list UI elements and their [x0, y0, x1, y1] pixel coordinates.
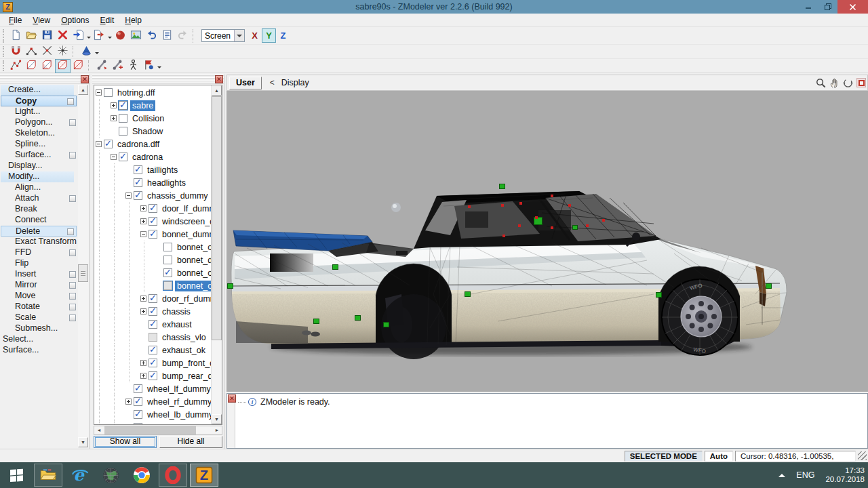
command-modify[interactable]: Modify... [1, 171, 74, 182]
command-insert[interactable]: Insert [1, 269, 78, 280]
menu-options[interactable]: Options [56, 14, 94, 26]
tree-item[interactable]: bonnet_ok [94, 266, 211, 279]
command-align[interactable]: Align... [1, 182, 78, 193]
viewport-back-arrow[interactable]: < [270, 78, 275, 87]
command-surface[interactable]: Surface... [1, 345, 78, 356]
tree-item[interactable]: cadrona.dff [94, 138, 211, 150]
visibility-checkbox[interactable] [149, 333, 157, 342]
chevron-down-icon[interactable] [157, 66, 161, 70]
chevron-down-icon[interactable] [108, 37, 112, 41]
texture-browser-button[interactable] [128, 28, 144, 43]
vertex-handle[interactable] [332, 264, 338, 270]
resize-grip[interactable] [858, 451, 867, 460]
visibility-checkbox[interactable] [104, 88, 113, 97]
minimize-button[interactable] [798, 0, 818, 14]
tree-item[interactable]: taillights [94, 163, 211, 176]
visibility-checkbox[interactable] [119, 152, 127, 161]
snap-vertex-button[interactable] [24, 45, 39, 59]
command-ffd[interactable]: FFD [1, 247, 78, 258]
polygons-mode-button[interactable] [55, 59, 71, 73]
open-file-button[interactable] [24, 28, 39, 43]
command-submesh[interactable]: Submesh... [1, 323, 78, 334]
tree-item[interactable]: cadrona [94, 150, 211, 163]
scrollbar-thumb[interactable] [212, 96, 222, 340]
command-option-box[interactable] [67, 228, 74, 235]
delete-selection-button[interactable] [55, 28, 71, 43]
viewport-maximize-button[interactable] [856, 78, 866, 87]
scrollbar-thumb[interactable] [104, 426, 196, 434]
visibility-checkbox[interactable] [149, 371, 157, 380]
snap-edge-button[interactable] [39, 45, 55, 59]
visibility-checkbox[interactable] [149, 307, 157, 316]
command-option-box[interactable] [69, 314, 76, 321]
scroll-right-icon[interactable]: ► [212, 426, 222, 434]
visibility-checkbox[interactable] [163, 268, 172, 277]
undo-button[interactable] [144, 28, 159, 43]
tree-item[interactable]: Collision [94, 112, 211, 125]
clock[interactable]: 17:33 20.07.2018 [825, 466, 865, 484]
visibility-checkbox[interactable] [104, 140, 113, 148]
material-sphere-button[interactable] [113, 28, 128, 43]
objects-mode-button[interactable] [71, 59, 86, 73]
command-skeleton[interactable]: Skeleton... [1, 128, 78, 139]
menu-edit[interactable]: Edit [95, 14, 120, 26]
command-panel-close-icon[interactable]: ✕ [81, 75, 89, 83]
visibility-checkbox[interactable] [134, 191, 142, 200]
viewport-3d-canvas[interactable]: WFO WFO [226, 91, 868, 392]
visibility-checkbox[interactable] [134, 410, 142, 419]
visibility-checkbox[interactable] [134, 165, 142, 174]
tree-expander-plus-icon[interactable] [140, 218, 146, 224]
internet-explorer-taskbar-button[interactable]: e [65, 464, 94, 487]
tree-expander-minus-icon[interactable] [96, 89, 102, 96]
tree-item[interactable]: wheel_rb_dummy [94, 421, 211, 424]
command-create[interactable]: Create... [1, 85, 74, 96]
visibility-checkbox[interactable] [149, 320, 157, 329]
command-select[interactable]: Select... [1, 334, 78, 345]
globe-app-taskbar-button[interactable] [96, 464, 125, 487]
visibility-checkbox[interactable] [119, 114, 127, 123]
log-window-button[interactable] [159, 28, 175, 43]
viewport-tab-user[interactable]: User [229, 77, 262, 89]
visibility-checkbox[interactable] [163, 281, 172, 290]
tree-item[interactable]: windscreen_dumm [94, 215, 211, 228]
selected-mode-indicator[interactable]: SELECTED MODE [625, 451, 703, 462]
command-option-box[interactable] [69, 293, 76, 300]
command-attach[interactable]: Attach [1, 193, 78, 204]
scroll-down-icon[interactable]: ▼ [212, 414, 222, 424]
command-option-box[interactable] [69, 249, 76, 256]
tree-item[interactable]: exhaust_ok [94, 344, 211, 357]
command-connect[interactable]: Connect [1, 215, 78, 226]
command-option-box[interactable] [69, 119, 76, 126]
visibility-checkbox[interactable] [134, 423, 142, 424]
visibility-checkbox[interactable] [134, 178, 142, 187]
tree-expander-minus-icon[interactable] [140, 231, 146, 237]
visibility-checkbox[interactable] [149, 346, 157, 354]
vertex-handle[interactable] [465, 291, 471, 297]
snap-grid-button[interactable] [55, 45, 71, 59]
save-file-button[interactable] [39, 28, 55, 43]
file-explorer-taskbar-button[interactable] [34, 464, 62, 487]
tree-expander-plus-icon[interactable] [140, 373, 146, 379]
tree-expander-minus-icon[interactable] [125, 192, 132, 199]
command-polygon[interactable]: Polygon... [1, 117, 78, 128]
bone-add-button[interactable] [110, 59, 125, 73]
tree-item[interactable]: bonnet_ok [94, 279, 211, 292]
animation-flag-button[interactable] [141, 59, 157, 73]
command-option-box[interactable] [69, 282, 76, 289]
scroll-down-icon[interactable]: ▼ [78, 437, 88, 447]
vertex-handle[interactable] [499, 184, 505, 189]
new-file-button[interactable] [8, 28, 24, 43]
scene-tree-grip[interactable] [92, 75, 224, 84]
visibility-checkbox[interactable] [119, 127, 127, 136]
opera-taskbar-button[interactable] [159, 464, 187, 487]
command-light[interactable]: Light... [1, 106, 78, 117]
axis-y-button[interactable]: Y [262, 28, 276, 43]
chrome-taskbar-button[interactable] [127, 464, 156, 487]
command-scale[interactable]: Scale [1, 312, 78, 323]
magnet-snap-button[interactable] [8, 45, 24, 59]
scroll-left-icon[interactable]: ◄ [94, 426, 104, 434]
show-all-button[interactable]: Show all [94, 436, 157, 448]
pan-tool-button[interactable] [828, 77, 840, 89]
tree-expander-plus-icon[interactable] [140, 205, 146, 211]
vertex-handle[interactable] [313, 319, 319, 324]
